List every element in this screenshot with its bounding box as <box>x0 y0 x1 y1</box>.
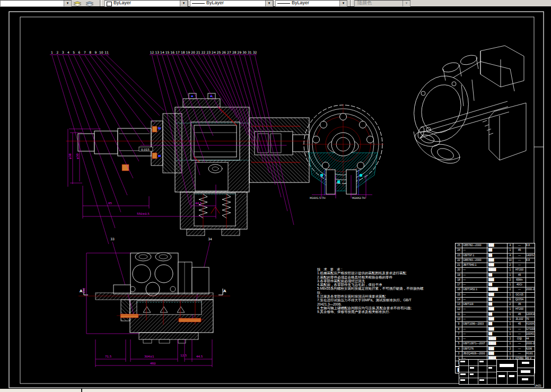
balloon-number: 14 <box>160 50 164 54</box>
title-block-scale-area <box>518 360 534 384</box>
leader-line <box>101 55 160 116</box>
technical-requirement-line: 4.装配前，各零部件无飞边毛刺，保持干净 <box>317 283 459 286</box>
parts-list-cell-name: ██ <box>487 298 508 302</box>
parts-list-cell-no: 22 <box>456 258 462 263</box>
parts-list-cell-name: ███ <box>487 347 508 351</box>
parts-list-cell-no: 14 <box>456 298 462 302</box>
parts-list-cell-note <box>526 263 535 267</box>
balloon-number: 21 <box>196 50 200 54</box>
technical-requirement-line: 5.M8x55系列螺栓安装时按规定扭矩拧紧，不可强拧硬撬，不得损伤螺 <box>317 286 459 290</box>
technical-requirements: 技 术 要 求: 1.机械装配应严格按照设计提供的装配图纸及要求进行装配2.装配… <box>317 267 459 314</box>
leader-line <box>95 55 155 123</box>
balloon-number: 29 <box>238 50 242 54</box>
parts-list-cell-name: ██ <box>487 254 508 258</box>
parts-list-cell-code: — <box>462 248 487 252</box>
parts-list-cell-note: 2000-2013 <box>526 288 535 292</box>
parts-list-cell-code: — <box>462 268 487 272</box>
linetype-swatch <box>192 3 205 4</box>
parts-list-cell-no: 4 <box>456 347 462 351</box>
balloon-number: 10 <box>99 50 103 54</box>
parts-list-cell-mat: O型 <box>513 337 526 341</box>
parts-list-cell-note <box>526 298 535 302</box>
make-object-layer-current-button[interactable] <box>73 0 83 6</box>
parts-list-cell-code: JB/T7940.1 <box>462 263 487 267</box>
parts-list-cell-note: 70 <box>526 317 535 321</box>
parts-list-row: 3JB/ZQ4606—2000███1—HG81 <box>456 352 535 356</box>
dim-label: φ38 <box>68 153 72 159</box>
parts-list-cell-qty: 4 <box>508 254 513 258</box>
parts-list-cell-code: — <box>462 283 487 287</box>
parts-list-cell-note: 100X0.1 <box>526 332 535 336</box>
parts-list-cell-note: 2000-2013 <box>526 342 535 346</box>
parts-list-cell-code: — <box>462 298 487 302</box>
chevron-down-icon[interactable]: ▾ <box>339 1 347 6</box>
dim-label: 71.5 <box>105 355 112 358</box>
parts-list-cell-mat: 40Cr <box>513 283 526 287</box>
balloon-number: 1 <box>51 50 53 54</box>
top-section-view: A A <box>78 252 230 343</box>
parts-list-cell-qty: 2 <box>508 302 513 307</box>
technical-requirement-line: 3.各零部件装配前必须经过清洗 <box>317 279 459 283</box>
technical-requirement-line: 纹. <box>317 291 459 294</box>
parts-list-cell-code: GB/T3452.1 <box>462 288 487 292</box>
balloon-number: 23 <box>206 50 211 54</box>
linetype-combo[interactable]: ByLayer ▾ <box>190 0 273 7</box>
balloon-number: 6 <box>78 50 81 54</box>
parts-list-row: 16GB/T3452.1█████2—2000-2013 <box>456 288 535 292</box>
balloon-number: 3 <box>62 50 64 54</box>
technical-requirement-line: 20421.3—2006. <box>317 302 459 306</box>
status-tick <box>81 389 82 392</box>
dim-label: 44.5 <box>195 202 202 205</box>
parts-list-cell-qty: 1 <box>508 332 513 336</box>
parts-list-cell-code: GB/T276 <box>462 347 487 351</box>
parts-list-cell-mat: 45 <box>513 322 526 326</box>
parts-list-cell-qty: 6 <box>508 298 513 302</box>
balloon-number: 18 <box>181 50 185 54</box>
dim-label: 85 <box>108 202 112 205</box>
parts-list-cell-code: — <box>462 337 487 341</box>
parts-list-cell-qty: 2 <box>508 288 513 292</box>
dim-label: 152 <box>82 288 85 294</box>
dim-label: 12.5 <box>180 354 187 357</box>
parts-list-cell-note: 8.8 <box>526 258 535 263</box>
title-block-name-area <box>497 360 518 384</box>
parts-list-table: 25GB5782—2000███4—8.824—██14523GB/T97.1█… <box>455 243 535 373</box>
parts-list-cell-name: ███ <box>487 263 508 267</box>
parts-list-cell-no: 24 <box>456 248 462 252</box>
lineweight-combo[interactable]: ByLayer ▾ <box>275 0 347 7</box>
parts-list-cell-qty: 1 <box>508 268 513 272</box>
leader-line <box>74 55 133 178</box>
parts-list-cell-code: — <box>462 293 487 297</box>
parts-list-row: 25GB5782—2000███4—8.8 <box>456 243 535 248</box>
parts-list-cell-mat: — <box>513 352 526 356</box>
balloon-number: 4 <box>67 50 69 54</box>
color-combo[interactable]: ByLayer ▾ <box>104 0 188 7</box>
balloon-number: 8 <box>89 50 91 54</box>
parts-list-cell-mat: — <box>513 288 526 292</box>
parts-list-cell-name: ██ <box>487 322 508 326</box>
chevron-down-icon[interactable]: ▾ <box>64 1 71 6</box>
parts-list-row: 24—██145 <box>456 248 535 253</box>
layer-combo[interactable]: ▾ <box>0 0 72 7</box>
parts-list-row: 7—██1—100X0.1 <box>456 332 535 337</box>
parts-list-cell-name: ██ <box>487 273 508 277</box>
layer-previous-button[interactable] <box>85 0 95 6</box>
balloon-number: 7 <box>84 50 86 54</box>
chevron-down-icon[interactable]: ▾ <box>180 1 187 6</box>
parts-list-cell-no: 7 <box>456 332 462 336</box>
parts-list-row: 18—███265Mn <box>456 278 535 283</box>
balloon-number: 19 <box>186 50 190 54</box>
section-marker: A <box>223 289 226 293</box>
front-view: M16X1.5-7H M24X2-7H <box>302 104 384 199</box>
balloon-number: 28 <box>232 50 237 54</box>
leader-line <box>107 55 164 110</box>
dim-label: 550±0.5 <box>137 212 150 215</box>
balloon-number: 34 <box>208 237 212 241</box>
toolbar-separator <box>350 0 352 6</box>
technical-requirement-line: 7.泵在运行试验压力不得大于16MPa。测试按标准执行。GB/T <box>317 298 459 302</box>
parts-list-row: 8—███1—GT100H <box>456 327 535 332</box>
parts-list-cell-no: 6 <box>456 337 462 341</box>
chevron-down-icon[interactable]: ▾ <box>265 1 273 6</box>
parts-list-cell-qty: 1 <box>508 352 513 356</box>
balloon-number: 31 <box>248 50 252 54</box>
